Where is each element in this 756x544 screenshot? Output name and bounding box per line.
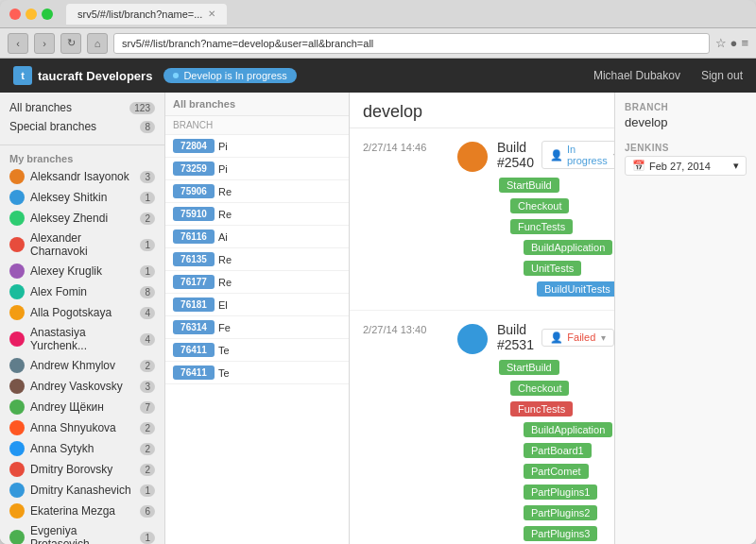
user-count: 1 [140,192,155,204]
back-button[interactable]: ‹ [8,33,28,54]
user-count: 4 [140,333,155,346]
avatar [9,400,25,415]
branch-number: 73259 [173,162,215,176]
pipeline-row: Checkout [497,380,614,397]
sidebar-item-user[interactable]: Anna Shnyukova 2 [0,417,164,438]
sidebar-item-user[interactable]: Alex Fomin 8 [0,281,164,302]
forward-button[interactable]: › [34,33,55,54]
app-header: t taucraft Developers Develop is In prog… [0,59,756,93]
build-avatar [457,324,488,354]
pipeline-row: PartPlugins3 [497,525,614,542]
build-header-row: Build #2531 👤 Failed ▾ [497,322,614,352]
branch-row[interactable]: 76116 Ai [165,226,349,248]
menu-icon[interactable]: ≡ [741,36,748,50]
sidebar-item-user[interactable]: Alexey Kruglik 1 [0,261,164,281]
branch-row[interactable]: 76177 Re [165,271,349,294]
bookmark-icon[interactable]: ☆ [715,36,727,50]
sidebar-item-user[interactable]: Dmitry Kanashevich 1 [0,480,164,501]
all-branches-filter[interactable]: All branches [173,98,235,110]
branch-row[interactable]: 72804 Pi [165,135,349,158]
sign-out-button[interactable]: Sign out [701,69,743,82]
browser-tab[interactable]: srv5/#/list/branch?name=... ✕ [66,4,227,25]
sidebar-item-all-branches[interactable]: All branches 123 [0,98,164,117]
branch-name: Ai [218,231,341,243]
maximize-button[interactable] [42,8,53,20]
close-button[interactable] [9,8,21,20]
security-icon[interactable]: ● [730,36,738,50]
sidebar-item-user[interactable]: Dmitry Borovsky 2 [0,459,164,480]
sidebar-item-user[interactable]: Aleksey Zhendi 2 [0,208,164,229]
branch-row[interactable]: 76181 El [165,294,349,316]
avatar [9,358,25,373]
branch-row[interactable]: 76314 Fe [165,316,349,339]
branch-row[interactable]: 76411 Te [165,362,349,384]
user-name: Alla Pogotskaya [30,306,134,319]
address-text: srv5/#/list/branch?name=develop&user=all… [122,38,373,49]
sidebar-item-user[interactable]: Anna Sytykh 2 [0,438,164,459]
build-status[interactable]: 👤 In progress ▾ [541,141,614,169]
sidebar-item-user[interactable]: Aleksandr Isayonok 3 [0,166,164,187]
sidebar-item-user[interactable]: Alla Pogotskaya 4 [0,302,164,323]
user-count: 8 [140,286,155,298]
address-bar[interactable]: srv5/#/list/branch?name=develop&user=all… [113,33,710,54]
refresh-button[interactable]: ↻ [60,33,81,54]
user-count: 7 [140,401,155,414]
sidebar-item-user[interactable]: Andrey Щёкин 7 [0,397,164,417]
home-button[interactable]: ⌂ [87,33,108,54]
sidebar-item-user[interactable]: Evgeniya Protasevich 1 [0,521,164,544]
status-text: In progress [567,144,608,166]
pipeline-steps: StartBuild Checkout FuncTests BuildAppli… [497,358,614,544]
user-name: Aleksey Shitkin [30,191,134,204]
branch-row[interactable]: 73259 Pi [165,158,349,180]
pipeline-step: Checkout [510,381,569,396]
tab-close-icon[interactable]: ✕ [208,8,215,19]
pipeline-row: PartComet [497,463,614,480]
user-name: Dmitry Kanashevich [30,484,134,497]
sidebar-item-user[interactable]: Alexander Charnavoki 1 [0,229,164,261]
jenkins-date-select[interactable]: 📅 Feb 27, 2014 ▾ [625,156,747,176]
sidebar: All branches 123 Special branches 8 My b… [0,93,165,544]
pipeline-row: UnitTests [497,260,614,277]
pipeline-step: FuncTests [510,401,573,416]
branch-row[interactable]: 75906 Re [165,180,349,203]
pipeline-step: PartBoard1 [524,443,592,458]
minimize-button[interactable] [26,8,37,20]
sidebar-item-user[interactable]: Andrey Vaskovsky 3 [0,376,164,397]
branch-row[interactable]: 76135 Re [165,248,349,271]
user-count: 3 [140,171,155,183]
detail-header: develop [350,93,614,128]
pipeline-row: BuildUnitTests [497,280,614,298]
avatar [9,284,25,299]
toolbar-icons: ☆ ● ≡ [715,36,748,50]
my-branches-header: My branches [0,148,164,166]
calendar-icon: 📅 [632,160,645,172]
jenkins-arrow-icon: ▾ [733,160,739,172]
sidebar-item-user[interactable]: Andrew Khmylov 2 [0,355,164,376]
pipeline-row: FuncTests [497,218,614,235]
build-entry: 2/27/14 14:46 Build #2540 👤 In progress … [350,128,614,311]
pipeline-row: BuildApplication [497,239,614,256]
user-name: Anna Sytykh [30,442,134,455]
sidebar-divider [0,144,164,145]
sidebar-users-list: Aleksandr Isayonok 3 Aleksey Shitkin 1 A… [0,166,164,544]
branch-row[interactable]: 76411 Te [165,339,349,362]
status-badge[interactable]: Develop is In progress [163,68,296,83]
sidebar-item-user[interactable]: Ekaterina Mezga 6 [0,501,164,521]
sidebar-item-user[interactable]: Aleksey Shitkin 1 [0,187,164,208]
all-branches-label: All branches [9,101,124,114]
branch-label: BRANCH [625,102,747,112]
build-time: 2/27/14 13:40 [363,322,448,544]
branch-row[interactable]: 75910 Re [165,203,349,226]
user-name: Dmitry Borovsky [30,463,134,476]
branch-name: Pi [218,141,341,152]
jenkins-section: JENKINS 📅 Feb 27, 2014 ▾ [625,143,747,176]
pipeline-row: StartBuild [497,177,614,194]
user-name: Aleksandr Isayonok [30,170,134,183]
sidebar-item-user[interactable]: Anastasiya Yurchenk... 4 [0,323,164,355]
user-count: 1 [140,532,155,544]
build-status[interactable]: 👤 Failed ▾ [541,329,614,347]
sidebar-item-special-branches[interactable]: Special branches 8 [0,117,164,136]
sidebar-all-branches-section: All branches 123 Special branches 8 [0,93,164,142]
branch-number: 76135 [173,252,215,266]
branch-number: 76116 [173,230,215,244]
